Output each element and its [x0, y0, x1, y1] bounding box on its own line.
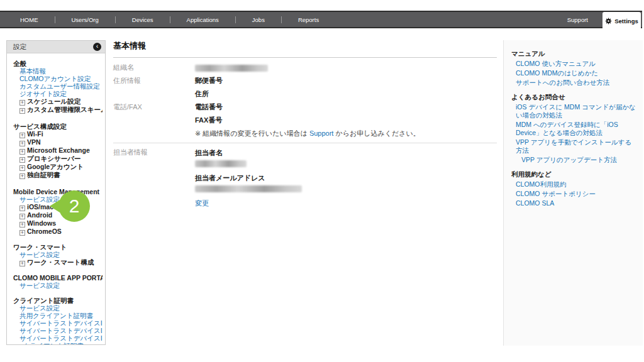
tree-expand-icon[interactable]: +: [19, 222, 25, 228]
support-link[interactable]: Support: [309, 129, 334, 137]
help-group-faq: よくあるお問合せ iOS デバイスに MDM コマンドが届かない場合の対処法 M…: [511, 92, 636, 164]
settings-tab-label: Settings: [614, 18, 638, 25]
nav-item-users-org[interactable]: Users/Org: [55, 16, 115, 23]
help-link-vpp-app-update[interactable]: VPP アプリのアップデート方法: [511, 156, 636, 164]
sidebar-item-ms-exchange[interactable]: +Microsoft Exchange: [13, 146, 103, 155]
help-panel: マニュアル CLOMO 使い方マニュアル CLOMO MDMのはじめかた サポー…: [503, 40, 643, 346]
sidebar-section-map: CLOMO MOBILE APP PORTAL サービス設定: [13, 274, 103, 289]
sidebar-item-label: カスタム管理権限スキーム設定: [27, 106, 103, 113]
sidebar-item-wifi[interactable]: +Wi-Fi: [13, 130, 103, 138]
sidebar-item-clientcert-service[interactable]: サービス設定: [13, 304, 103, 312]
sidebar-item-custom-user-info[interactable]: カスタムユーザー情報設定: [13, 82, 103, 90]
help-link-usage-manual[interactable]: CLOMO 使い方マニュアル: [511, 60, 636, 68]
sidebar-item-label: ChromeOS: [27, 228, 62, 235]
sidebar-item-label: Googleアカウント: [27, 163, 84, 170]
annotation-badge: 2: [58, 190, 90, 222]
help-link-terms-of-use[interactable]: CLOMO利用規約: [511, 180, 636, 189]
nav-item-reports[interactable]: Reports: [282, 16, 335, 23]
redacted-org-name: [195, 65, 268, 72]
main-content: 基本情報 組織名 住所情報 郵便番号 住所 電話/FAX 電話番号 FAX番号 …: [113, 40, 497, 208]
tree-expand-icon[interactable]: +: [19, 230, 25, 236]
sidebar-item-schedule[interactable]: +スケジュール設定: [13, 97, 103, 106]
tree-expand-icon[interactable]: +: [19, 261, 25, 266]
help-link-ios-device-registration[interactable]: MDM へのデバイス登録時に「iOS Device」となる場合の対処法: [511, 121, 636, 137]
tree-expand-icon[interactable]: +: [19, 206, 25, 211]
sidebar-item-google-account[interactable]: +Googleアカウント: [13, 163, 103, 171]
phone-fax-row: 電話/FAX 電話番号 FAX番号 ※ 組織情報の変更を行いたい場合は Supp…: [113, 101, 497, 140]
help-link-mdm-command-not-delivered[interactable]: iOS デバイスに MDM コマンドが届かない場合の対処法: [511, 103, 636, 119]
sidebar-item-basic-info[interactable]: 基本情報: [13, 67, 103, 75]
section-title: ワーク・スマート: [13, 243, 103, 251]
sidebar-item-custom-permission-scheme[interactable]: +カスタム管理権限スキーム設定: [13, 106, 103, 114]
sidebar-item-worksmart-service[interactable]: サービス設定: [13, 251, 103, 258]
tree-expand-icon[interactable]: +: [19, 149, 25, 155]
collapse-icon[interactable]: ‹: [93, 43, 101, 51]
help-group-title: よくあるお問合せ: [511, 92, 636, 101]
nav-item-home[interactable]: HOME: [4, 16, 55, 23]
tree-expand-icon[interactable]: +: [19, 108, 25, 114]
sidebar-item-geosite[interactable]: ジオサイト設定: [13, 90, 103, 97]
sidebar-item-label: Microsoft Exchange: [27, 146, 90, 154]
nav-item-devices[interactable]: Devices: [116, 16, 170, 23]
sidebar-item-map-service[interactable]: サービス設定: [13, 282, 103, 289]
sidebar-section-worksmart: ワーク・スマート サービス設定 +ワーク・スマート構成: [13, 243, 103, 266]
sidebar-section-client-cert: クライアント証明書 サービス設定 共用クライアント証明書 サイバートラストデバイ…: [13, 297, 103, 345]
sidebar-item-label: Android: [27, 211, 52, 219]
redacted-contact-email: [195, 185, 302, 192]
help-link-contact-support[interactable]: サポートへのお問い合わせ方法: [511, 79, 636, 87]
help-link-vpp-manual-install[interactable]: VPP アプリを手動でインストールする方法: [511, 138, 636, 155]
contact-info-label: 担当者情報: [113, 146, 195, 208]
sidebar-item-cybertrust-pilot[interactable]: サイバートラストデバイスID(pilot)…: [13, 319, 103, 327]
tree-expand-icon[interactable]: +: [19, 133, 25, 138]
tree-expand-icon[interactable]: +: [19, 214, 25, 219]
sidebar-item-shared-client-cert[interactable]: 共用クライアント証明書: [13, 312, 103, 319]
sidebar-item-label: スケジュール設定: [27, 97, 80, 105]
sidebar-item-label: ワーク・スマート構成: [27, 258, 94, 266]
page-title: 基本情報: [113, 40, 497, 58]
phone-number-label: 電話番号: [195, 101, 420, 114]
help-link-sla[interactable]: CLOMO SLA: [511, 199, 636, 207]
section-title: クライアント証明書: [13, 297, 103, 304]
sidebar-item-vpn[interactable]: +VPN: [13, 138, 103, 146]
tree-expand-icon[interactable]: +: [19, 165, 25, 171]
help-group-title: マニュアル: [511, 49, 636, 58]
sidebar-item-worksmart-config[interactable]: +ワーク・スマート構成: [13, 258, 103, 266]
sidebar-item-own-certificate[interactable]: +独自証明書: [13, 171, 103, 179]
sidebar-item-a-client-cert[interactable]: aクライアント証明書: [13, 342, 103, 345]
sidebar-item-cybertrust-personal[interactable]: サイバートラストデバイスID(個人…: [13, 334, 103, 342]
nav-item-jobs[interactable]: Jobs: [236, 16, 281, 23]
help-link-support-policy[interactable]: CLOMO サポートポリシー: [511, 190, 636, 198]
sidebar-item-windows[interactable]: +Windows: [13, 219, 103, 228]
tree-expand-icon[interactable]: +: [19, 173, 25, 179]
help-group-title: 利用規約など: [511, 170, 636, 178]
postal-code-label: 郵便番号: [195, 74, 223, 87]
top-navbar: HOME Users/Org Devices Applications Jobs…: [0, 11, 642, 28]
sidebar-section-service-config: サービス構成設定 +Wi-Fi +VPN +Microsoft Exchange…: [13, 123, 103, 179]
sidebar-header: 設定 ‹: [7, 41, 105, 53]
section-divider: [113, 143, 497, 143]
address-label: 住所情報: [113, 74, 195, 101]
section-title: Mobile Device Management: [13, 188, 103, 195]
tree-expand-icon[interactable]: +: [19, 100, 25, 106]
change-link[interactable]: 変更: [195, 199, 209, 207]
sidebar-item-cybertrust-client[interactable]: サイバートラストデバイスIDクライ…: [13, 327, 103, 334]
org-change-note: ※ 組織情報の変更を行いたい場合は Support からお申し込みください。: [195, 127, 420, 140]
sidebar-item-proxy-server[interactable]: +プロキシサーバー: [13, 155, 103, 163]
sidebar-item-label: Wi-Fi: [27, 130, 43, 138]
sidebar-section-general: 全般 基本情報 CLOMOアカウント設定 カスタムユーザー情報設定 ジオサイト設…: [13, 60, 103, 114]
sidebar-item-label: 独自証明書: [27, 171, 60, 178]
sidebar-body: 全般 基本情報 CLOMOアカウント設定 カスタムユーザー情報設定 ジオサイト設…: [7, 53, 105, 345]
tree-expand-icon[interactable]: +: [19, 157, 25, 163]
tree-expand-icon[interactable]: +: [19, 141, 25, 146]
help-link-mdm-getting-started[interactable]: CLOMO MDMのはじめかた: [511, 69, 636, 77]
org-name-row: 組織名: [113, 61, 497, 74]
sidebar-item-clomo-account[interactable]: CLOMOアカウント設定: [13, 75, 103, 82]
nav-item-applications[interactable]: Applications: [170, 16, 235, 23]
settings-tab[interactable]: Settings: [602, 12, 641, 30]
sidebar-item-chromeos[interactable]: +ChromeOS: [13, 228, 103, 236]
help-group-terms: 利用規約など CLOMO利用規約 CLOMO サポートポリシー CLOMO SL…: [511, 170, 636, 207]
gear-icon: [605, 18, 612, 25]
nav-item-support[interactable]: Support: [567, 16, 588, 23]
sidebar-title: 設定: [13, 43, 26, 52]
section-title: CLOMO MOBILE APP PORTAL: [13, 274, 103, 282]
